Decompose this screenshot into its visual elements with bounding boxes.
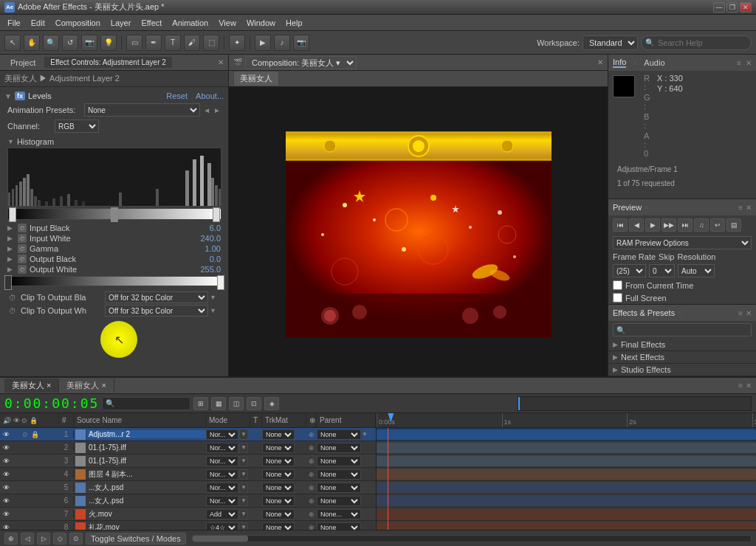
toolbar-audio[interactable]: ♪	[274, 35, 290, 51]
effects-category-next[interactable]: ▶ Next Effects	[608, 351, 756, 364]
layer-2-video-icon[interactable]: 👁	[1, 443, 10, 452]
timeline-timecode[interactable]: 0:00:00:05	[4, 395, 99, 411]
comp-name-button[interactable]: 美丽女人	[233, 71, 279, 86]
levels-gradient-slider[interactable]	[7, 208, 221, 220]
workspace-select[interactable]: Standard	[583, 35, 638, 50]
layer-3-trkmat-select[interactable]: None ▾	[262, 456, 295, 466]
layer-4-lock-icon[interactable]	[30, 470, 39, 479]
output-white-handle[interactable]	[217, 275, 224, 290]
layer-2-audio-icon[interactable]	[11, 443, 20, 452]
preset-arrow-right[interactable]: ►	[213, 106, 221, 114]
preview-ram[interactable]: ▤	[726, 218, 741, 232]
layer-5-name[interactable]: ...女人.psd	[87, 483, 206, 493]
timeline-add-keyframe-btn[interactable]: ⊕	[4, 533, 18, 545]
toolbar-pen[interactable]: ✒	[145, 35, 162, 51]
clip-white-arrow[interactable]: ▼	[210, 307, 216, 314]
anim-presets-select[interactable]: None	[84, 103, 200, 117]
timeline-motion-blur-btn[interactable]: ▦	[211, 397, 226, 410]
histogram-expand[interactable]: ▼	[7, 138, 14, 145]
layer-3-solo-icon[interactable]	[21, 457, 30, 466]
layer-1-audio-icon[interactable]	[11, 430, 20, 439]
layer-8-audio-icon[interactable]	[11, 523, 20, 531]
panel-close-left[interactable]: ✕	[218, 58, 224, 66]
layer-6-solo-icon[interactable]	[21, 497, 30, 505]
toolbar-snapshot[interactable]: 📷	[293, 35, 309, 51]
layer-2-trkmat-select[interactable]: None ▾	[262, 443, 295, 453]
restore-button[interactable]: ❐	[726, 2, 738, 13]
toolbar-preview-play[interactable]: ▶	[255, 35, 271, 51]
layer-8-mode[interactable]: ☆4☆	[206, 522, 238, 531]
layer-1-parent-arrow[interactable]: ▼	[362, 431, 368, 438]
layer-6-trkmat-select[interactable]: None ▾	[262, 496, 295, 506]
layer-2-mode-btn[interactable]: ▼	[239, 443, 248, 453]
preview-panel-close[interactable]: ✕	[746, 204, 752, 212]
timeline-tab-2[interactable]: 美丽女人 ×	[59, 379, 114, 393]
expand-input-black[interactable]: ▶	[7, 224, 15, 232]
layer-5-trkmat-select[interactable]: None ▾	[262, 483, 295, 493]
layer-5-mode[interactable]: Nor...	[206, 483, 238, 493]
white-point-handle[interactable]	[213, 207, 220, 222]
toolbar-brush[interactable]: 🖌	[184, 35, 200, 51]
layer-2-mode[interactable]: Nor...	[206, 443, 238, 453]
timeline-scrollbar[interactable]	[192, 535, 752, 542]
preset-arrow-left[interactable]: ◄	[203, 106, 210, 114]
output-gradient-slider[interactable]	[7, 276, 221, 286]
menu-window[interactable]: Window	[242, 17, 280, 29]
layer-5-lock-icon[interactable]	[30, 483, 39, 492]
tab-audio[interactable]: Audio	[644, 58, 664, 67]
layer-8-mode-btn[interactable]: ▼	[239, 522, 248, 531]
clip-output-black-select[interactable]: Off for 32 bpc Color	[105, 291, 208, 303]
toolbar-stamp[interactable]: ⬚	[203, 35, 219, 51]
effects-search-input[interactable]	[613, 323, 752, 336]
preview-audio[interactable]: ♫	[694, 218, 709, 232]
layer-2-lock-icon[interactable]	[30, 443, 39, 452]
effects-category-studio[interactable]: ▶ Studio Effects	[608, 364, 756, 376]
layer-1-mode-select[interactable]: Nor...	[206, 429, 238, 440]
timeline-snap-btn[interactable]: ⊞	[193, 397, 208, 410]
layer-7-parent-select[interactable]: None...	[317, 509, 361, 519]
layer-1-video-icon[interactable]: 👁	[1, 430, 10, 439]
layer-6-mode[interactable]: Nor...	[206, 496, 238, 506]
layer-6-video-icon[interactable]: 👁	[1, 497, 10, 505]
reset-button[interactable]: Reset	[166, 91, 188, 100]
layer-2-solo-icon[interactable]	[21, 443, 30, 452]
full-screen-checkbox[interactable]	[613, 293, 622, 303]
timeline-scroll-thumb[interactable]	[193, 536, 249, 542]
black-point-handle[interactable]	[9, 207, 16, 222]
layer-6-mode-btn[interactable]: ▼	[239, 496, 248, 506]
layer-4-trkmat-select[interactable]: None ▾	[262, 469, 295, 480]
layer-4-solo-icon[interactable]	[21, 470, 30, 479]
layer-4-name[interactable]: 图层 4 副本...	[87, 469, 206, 480]
layer-4-mode[interactable]: Nor...	[206, 469, 238, 480]
toolbar-rect[interactable]: ▭	[126, 35, 142, 51]
preview-play[interactable]: ▶	[645, 218, 660, 232]
resolution-select[interactable]: Auto	[678, 264, 715, 277]
frame-rate-select[interactable]: (25)	[613, 264, 646, 277]
layer-8-trkmat-select[interactable]: None ▾	[262, 522, 295, 531]
expand-output-white[interactable]: ▶	[7, 266, 15, 273]
layer-1-parent[interactable]: None	[317, 429, 361, 440]
layer-7-name[interactable]: 火.mov	[87, 509, 206, 519]
layer-5-audio-icon[interactable]	[11, 483, 20, 492]
layer-7-mode-btn[interactable]: ▼	[239, 509, 248, 519]
close-button[interactable]: ✕	[740, 2, 752, 13]
menu-help[interactable]: Help	[281, 17, 307, 29]
timeline-hide-layers-btn[interactable]: ◫	[229, 397, 244, 410]
timeline-close[interactable]: ✕	[746, 381, 752, 390]
layer-3-video-icon[interactable]: 👁	[1, 457, 10, 466]
layer-5-solo-icon[interactable]	[21, 483, 30, 492]
effects-category-final[interactable]: ▶ Final Effects	[608, 339, 756, 351]
layer-5-mode-btn[interactable]: ▼	[239, 483, 248, 493]
layer-6-name[interactable]: ...女人.psd	[87, 496, 206, 506]
layer-3-mode[interactable]: Nor...	[206, 456, 238, 466]
layer-3-audio-icon[interactable]	[11, 457, 20, 466]
timeline-tab-1[interactable]: 美丽女人 ×	[4, 379, 59, 393]
layer-6-lock-icon[interactable]	[30, 497, 39, 505]
layer-3-mode-btn[interactable]: ▼	[239, 456, 248, 466]
layer-1-mode-btn[interactable]: ▼	[239, 429, 248, 440]
toolbar-select[interactable]: ↖	[4, 35, 21, 51]
layer-4-parent-select[interactable]: None	[317, 469, 361, 480]
menu-edit[interactable]: Edit	[27, 17, 49, 29]
layer-1-solo-icon[interactable]: ⊙	[21, 430, 30, 439]
output-black-handle[interactable]	[4, 275, 12, 290]
